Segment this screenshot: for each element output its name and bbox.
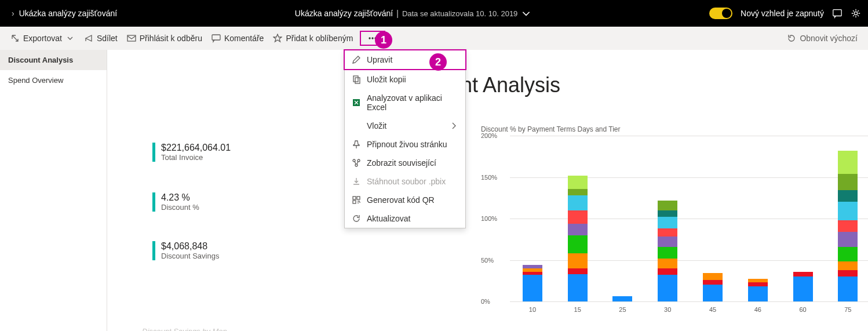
comments-label: Komentáře	[224, 34, 264, 43]
new-look-toggle[interactable]	[709, 8, 732, 19]
last-updated-text[interactable]: Data se aktualizovala 10. 10. 2019	[402, 9, 517, 18]
kpi-label: Total Invoice	[161, 153, 231, 162]
chart-body: 0%50%100%150%200%101525304546607576Tier1…	[481, 136, 868, 315]
menu-item-edit[interactable]: Upravit	[344, 49, 466, 70]
bar-segment[interactable]	[568, 274, 588, 301]
bar-segment[interactable]	[568, 224, 588, 235]
share-icon	[84, 34, 93, 43]
bar-segment[interactable]	[838, 190, 858, 202]
bar-segment[interactable]	[703, 285, 723, 301]
menu-item-generate-qr[interactable]: Generovat kód QR	[345, 191, 465, 209]
x-axis-tick: 75	[825, 306, 868, 313]
bar-segment[interactable]	[568, 235, 588, 253]
bar-segment[interactable]	[838, 174, 858, 191]
subscribe-label: Přihlásit k odběru	[140, 34, 202, 43]
gear-icon[interactable]	[851, 8, 861, 19]
bar-segment[interactable]	[658, 228, 677, 237]
bar-segment[interactable]	[658, 217, 677, 228]
menu-view-related-label: Zobrazit související	[367, 158, 436, 168]
svg-rect-13	[353, 197, 356, 199]
bar-segment[interactable]	[703, 280, 723, 285]
menu-item-analyze-excel[interactable]: Analyzovat v aplikaci Excel	[345, 89, 465, 117]
bar-segment[interactable]	[568, 210, 588, 224]
report-canvas: nt Analysis $221,664,064.01 Total Invoic…	[107, 50, 868, 331]
svg-rect-8	[355, 78, 360, 83]
refresh-icon	[352, 214, 361, 223]
export-icon	[10, 34, 20, 43]
favorite-button[interactable]: Přidat k oblíbeným	[268, 27, 358, 50]
bar-segment[interactable]	[658, 247, 677, 259]
share-button[interactable]: Sdílet	[79, 27, 122, 50]
bar-segment[interactable]	[523, 275, 542, 301]
mail-icon	[127, 34, 136, 43]
bar-segment[interactable]	[658, 268, 677, 275]
pencil-icon	[352, 55, 361, 64]
bar-segment[interactable]	[658, 275, 677, 301]
reset-to-default-button[interactable]: Obnovit výchozí	[782, 27, 862, 50]
y-axis-tick: 150%	[481, 174, 497, 181]
report-toolbar: Exportovat Sdílet Přihlásit k odběru Kom…	[0, 27, 868, 50]
subscribe-button[interactable]: Přihlásit k odběru	[122, 27, 207, 50]
bar-segment[interactable]	[838, 277, 858, 301]
export-button[interactable]: Exportovat	[6, 27, 79, 50]
svg-rect-7	[353, 76, 358, 82]
chat-icon[interactable]	[832, 8, 843, 19]
pin-icon	[352, 140, 361, 149]
comments-button[interactable]: Komentáře	[207, 27, 268, 50]
svg-point-5	[372, 38, 373, 39]
bar-segment[interactable]	[838, 232, 858, 247]
kpi-label: Discount Savings	[161, 252, 219, 260]
bar-segment[interactable]	[703, 273, 723, 279]
bar-segment[interactable]	[568, 176, 588, 189]
discount-chart-visual[interactable]: Discount % by Payment Terms Days and Tie…	[481, 125, 868, 322]
bar-segment[interactable]	[658, 237, 677, 246]
menu-embed-label: Vložit	[367, 121, 386, 130]
bar-segment[interactable]	[838, 220, 858, 232]
menu-item-embed[interactable]: Vložit	[345, 117, 465, 135]
bar-segment[interactable]	[658, 210, 677, 217]
bar-segment[interactable]	[838, 270, 858, 277]
chevron-right-icon: ›	[12, 9, 14, 18]
menu-analyze-excel-label: Analyzovat v aplikaci Excel	[367, 93, 458, 112]
bar-segment[interactable]	[793, 277, 813, 301]
qr-icon	[352, 195, 361, 205]
download-icon	[352, 177, 361, 186]
export-label: Exportovat	[23, 34, 62, 43]
bar-segment[interactable]	[838, 151, 858, 174]
y-axis-tick: 200%	[481, 132, 497, 139]
menu-item-save-copy[interactable]: Uložit kopii	[345, 70, 465, 89]
breadcrumb[interactable]: Ukázka analýzy zajišťování	[19, 9, 117, 18]
bar-segment[interactable]	[658, 201, 677, 210]
y-axis-tick: 0%	[481, 298, 490, 305]
menu-item-pin-live[interactable]: Připnout živou stránku	[345, 135, 465, 154]
bar-segment[interactable]	[568, 268, 588, 274]
bar-segment[interactable]	[568, 189, 588, 195]
page-tab-discount-analysis[interactable]: Discount Analysis	[0, 50, 107, 70]
bar-segment[interactable]	[658, 259, 677, 268]
bar-segment[interactable]	[793, 272, 813, 277]
pages-pane: Discount Analysis Spend Overview	[0, 50, 107, 331]
bar-segment[interactable]	[838, 247, 858, 262]
favorite-label: Přidat k oblíbeným	[286, 34, 353, 43]
menu-item-refresh[interactable]: Aktualizovat	[345, 209, 465, 228]
bar-segment[interactable]	[568, 253, 588, 268]
chevron-down-icon[interactable]	[521, 8, 531, 19]
bar-segment[interactable]	[838, 202, 858, 220]
y-axis-tick: 50%	[481, 257, 494, 264]
kpi-discount-pct[interactable]: 4.23 % Discount %	[152, 192, 199, 212]
bar-segment[interactable]	[568, 195, 588, 210]
page-tab-spend-overview[interactable]: Spend Overview	[0, 70, 107, 90]
kpi-discount-savings[interactable]: $4,068,848 Discount Savings	[152, 241, 219, 260]
bar-segment[interactable]	[612, 296, 632, 301]
comment-icon	[211, 34, 221, 43]
bar-segment[interactable]	[838, 261, 858, 270]
menu-item-view-related[interactable]: Zobrazit související	[345, 154, 465, 172]
kpi-total-invoice[interactable]: $221,664,064.01 Total Invoice	[152, 143, 231, 162]
bar-segment[interactable]	[748, 282, 768, 286]
menu-generate-qr-label: Generovat kód QR	[367, 195, 435, 205]
svg-rect-2	[127, 35, 136, 41]
kpi-value: $4,068,848	[161, 241, 219, 252]
bar-segment[interactable]	[748, 286, 768, 301]
excel-icon	[352, 98, 361, 107]
x-axis-tick: 25	[600, 306, 645, 313]
